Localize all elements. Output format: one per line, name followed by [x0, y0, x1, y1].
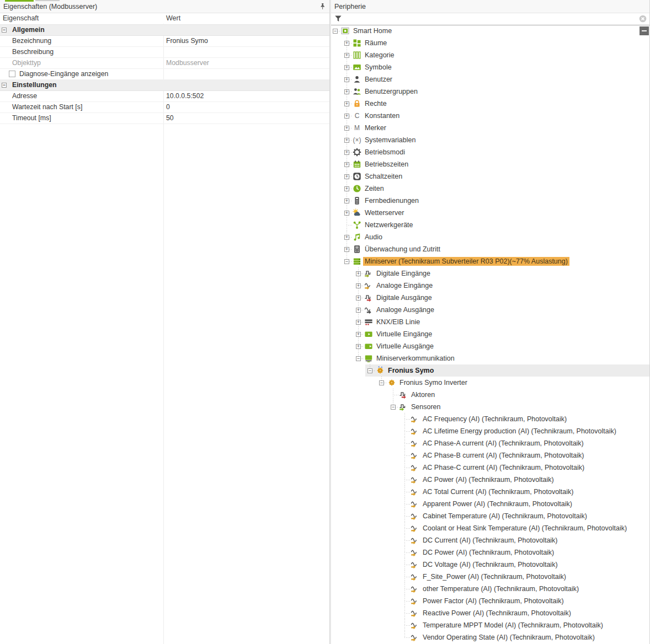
tree-item-label[interactable]: Zeiten: [365, 184, 384, 193]
expand-box[interactable]: +: [344, 114, 349, 119]
tree-item-digitale-eing-nge[interactable]: +Digitale Eingänge: [331, 267, 649, 280]
tree-item-label[interactable]: Audio: [365, 233, 382, 242]
property-value[interactable]: 10.0.0.5:502: [166, 92, 204, 100]
expand-box[interactable]: +: [344, 198, 349, 203]
tree-item-temperature-mppt-model-ai-technikraum-ph[interactable]: Temperature MPPT Model (AI) (Technikraum…: [331, 619, 649, 631]
expand-box[interactable]: +: [356, 271, 361, 276]
tree-item-virtuelle-ausg-nge[interactable]: +Virtuelle Ausgänge: [331, 340, 649, 352]
tree-item-konstanten[interactable]: +CKonstanten: [331, 110, 649, 122]
tree-item-label[interactable]: Kategorie: [365, 51, 395, 60]
tree-item-label[interactable]: DC Power (AI) (Technikraum, Photovoltaik…: [423, 548, 554, 557]
tree-item-rechte[interactable]: +Rechte: [331, 98, 649, 110]
property-section-row[interactable]: −Einstellungen: [0, 80, 329, 91]
tree-item-systemvariablen[interactable]: +(×)Systemvariablen: [331, 134, 649, 146]
tree-item-ac-lifetime-energy-production-ai-technik[interactable]: AC Lifetime Energy production (AI) (Tech…: [331, 425, 649, 437]
tree-item-label[interactable]: Benutzer: [365, 75, 392, 84]
expand-box[interactable]: +: [344, 41, 349, 46]
tree-item-label[interactable]: Konstanten: [365, 111, 399, 120]
tree-item-label[interactable]: AC Phase-C current (AI) (Technikraum, Ph…: [423, 463, 584, 472]
tree-item-label[interactable]: Betriebszeiten: [365, 160, 408, 169]
tree-item-label[interactable]: Analoge Eingänge: [376, 281, 433, 290]
tree-item-r-ume[interactable]: +Räume: [331, 37, 649, 49]
expand-box[interactable]: +: [356, 320, 361, 325]
expand-box[interactable]: +: [356, 344, 361, 349]
tree-item-label[interactable]: AC Phase-A current (AI) (Technikraum, Ph…: [423, 439, 584, 448]
collapse-box[interactable]: −: [356, 356, 361, 361]
tree-item-sensoren[interactable]: −Sensoren: [331, 401, 649, 413]
tree-item-virtuelle-eing-nge[interactable]: +Virtuelle Eingänge: [331, 328, 649, 340]
tree-item-label[interactable]: Power Factor (AI) (Technikraum, Photovol…: [423, 597, 564, 605]
expand-box[interactable]: +: [344, 186, 349, 191]
expand-box[interactable]: +: [344, 126, 349, 131]
collapse-box[interactable]: −: [333, 29, 338, 34]
tree-item-label[interactable]: Rechte: [365, 99, 387, 108]
tree-item-label[interactable]: AC Frequency (AI) (Technikraum, Photovol…: [423, 415, 567, 423]
tree-item-schaltzeiten[interactable]: +Schaltzeiten: [331, 170, 649, 183]
expand-box[interactable]: +: [344, 53, 349, 58]
tree-item-label[interactable]: Vendor Operating State (AI) (Technikraum…: [423, 633, 595, 642]
property-value[interactable]: Fronius Symo: [166, 37, 208, 45]
tree-item-label[interactable]: DC Current (AI) (Technikraum, Photovolta…: [423, 536, 558, 545]
tree-item-kategorie[interactable]: +Kategorie: [331, 49, 649, 61]
collapse-box[interactable]: −: [391, 405, 396, 410]
tree-item-analoge-ausg-nge[interactable]: +Analoge Ausgänge: [331, 304, 649, 316]
expand-box[interactable]: +: [344, 77, 349, 82]
expand-box[interactable]: +: [344, 174, 349, 179]
tree-item-reactive-power-ai-technikraum-photovolta[interactable]: Reactive Power (AI) (Technikraum, Photov…: [331, 607, 649, 619]
section-collapse-box[interactable]: −: [2, 83, 7, 88]
tree-item-label[interactable]: AC Total Current (AI) (Technikraum, Phot…: [423, 487, 573, 496]
tree-item-label[interactable]: Cabinet Temperature (AI) (Technikraum, P…: [423, 512, 587, 520]
tree-item-label[interactable]: Fronius Symo Inverter: [399, 378, 467, 387]
tree-item-other-temperature-ai-technikraum-photovo[interactable]: other Temperature (AI) (Technikraum, Pho…: [331, 583, 649, 595]
tree-item-coolant-or-heat-sink-temperature-ai-tech[interactable]: Coolant or Heat Sink Temperature (AI) (T…: [331, 522, 649, 534]
tree-item-label[interactable]: Analoge Ausgänge: [376, 305, 434, 314]
tree-item-label[interactable]: Digitale Eingänge: [376, 269, 430, 278]
tree-item-label[interactable]: Merker: [365, 124, 386, 132]
expand-box[interactable]: +: [356, 283, 361, 288]
tree-item-vendor-operating-state-ai-technikraum-ph[interactable]: Vendor Operating State (AI) (Technikraum…: [331, 631, 649, 643]
tree-item-label[interactable]: Apparent Power (AI) (Technikraum, Photov…: [423, 500, 572, 508]
tree-item-miniserver-technikraum-subverteiler-r03-[interactable]: −Miniserver (Technikraum Subverteiler R0…: [331, 255, 649, 267]
tree-item-label[interactable]: other Temperature (AI) (Technikraum, Pho…: [423, 584, 579, 593]
expand-box[interactable]: +: [344, 101, 349, 106]
tree-item-knx-eib-linie[interactable]: +KNX/EIB Linie: [331, 316, 649, 328]
tree-item-fronius-symo[interactable]: −Fronius Symo: [331, 364, 649, 377]
tree-item-ac-power-ai-technikraum-photovoltaik[interactable]: AC Power (AI) (Technikraum, Photovoltaik…: [331, 474, 649, 486]
tree-item-label[interactable]: Smart Home: [353, 26, 392, 35]
tree-item-berwachung-und-zutritt[interactable]: +Überwachung und Zutritt: [331, 243, 649, 255]
tree-item-aktoren[interactable]: Aktoren: [331, 389, 649, 401]
expand-box[interactable]: +: [344, 162, 349, 167]
expand-box[interactable]: +: [344, 211, 349, 216]
tree-item-label[interactable]: Virtuelle Eingänge: [376, 330, 432, 339]
tree-item-label[interactable]: AC Power (AI) (Technikraum, Photovoltaik…: [423, 475, 554, 484]
collapse-all-button[interactable]: [640, 26, 649, 35]
tree-item-label[interactable]: Symbole: [365, 63, 392, 72]
tree-item-zeiten[interactable]: +Zeiten: [331, 183, 649, 195]
tree-item-label[interactable]: Netzwerkgeräte: [365, 221, 413, 229]
pin-icon[interactable]: [319, 3, 326, 10]
collapse-box[interactable]: −: [379, 380, 384, 385]
clear-icon[interactable]: [639, 15, 647, 23]
tree-item-label[interactable]: AC Lifetime Energy production (AI) (Tech…: [423, 427, 616, 436]
tree-item-betriebszeiten[interactable]: +Betriebszeiten: [331, 158, 649, 170]
tree-item-analoge-eing-nge[interactable]: +Analoge Eingänge: [331, 280, 649, 292]
tree-item-audio[interactable]: +Audio: [331, 231, 649, 243]
tree-item-benutzer[interactable]: +Benutzer: [331, 73, 649, 85]
property-value[interactable]: Modbusserver: [166, 59, 209, 67]
collapse-box[interactable]: −: [344, 259, 349, 264]
section-collapse-box[interactable]: −: [2, 28, 7, 33]
expand-box[interactable]: +: [344, 65, 349, 70]
tree-item-ac-total-current-ai-technikraum-photovol[interactable]: AC Total Current (AI) (Technikraum, Phot…: [331, 486, 649, 498]
tree-item-smart-home[interactable]: −Smart Home: [331, 25, 649, 37]
tree-item-digitale-ausg-nge[interactable]: +Digitale Ausgänge: [331, 292, 649, 304]
tree-item-label[interactable]: Digitale Ausgänge: [376, 293, 432, 302]
tree-item-label[interactable]: Fronius Symo: [388, 366, 434, 375]
tree-item-label[interactable]: Überwachung und Zutritt: [365, 245, 440, 254]
collapse-box[interactable]: −: [367, 368, 372, 373]
tree-item-label[interactable]: Miniserver (Technikraum Subverteiler R03…: [363, 257, 569, 266]
tree-item-benutzergruppen[interactable]: +Benutzergruppen: [331, 85, 649, 98]
tree-item-ac-phase-a-current-ai-technikraum-photov[interactable]: AC Phase-A current (AI) (Technikraum, Ph…: [331, 437, 649, 449]
diagnose-checkbox[interactable]: [9, 71, 15, 77]
property-value[interactable]: 50: [166, 114, 174, 122]
tree-item-dc-current-ai-technikraum-photovoltaik[interactable]: DC Current (AI) (Technikraum, Photovolta…: [331, 534, 649, 546]
